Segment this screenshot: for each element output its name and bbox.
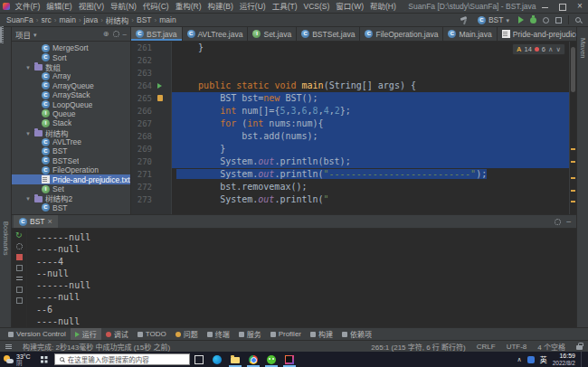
tree-item[interactable]: IStack bbox=[12, 118, 130, 127]
task-view-taskbar-button[interactable] bbox=[190, 352, 208, 367]
weather-widget[interactable]: 33°C 阴 bbox=[0, 352, 34, 367]
idea-taskbar-button[interactable] bbox=[280, 352, 299, 367]
hide-panel-icon[interactable] bbox=[566, 217, 571, 226]
tree-item[interactable]: CSort bbox=[12, 52, 130, 61]
menu-item[interactable]: 构建(B) bbox=[204, 0, 236, 13]
toolwindow-button-dependencies[interactable]: 依赖项 bbox=[337, 328, 376, 340]
tray-app-icon[interactable] bbox=[527, 356, 535, 363]
bookmarks-stripe-button[interactable]: Bookmarks bbox=[2, 221, 10, 256]
wechat-taskbar-button[interactable] bbox=[262, 352, 280, 367]
build-hammer-icon[interactable] bbox=[460, 15, 469, 24]
toolwindow-button-profiler[interactable]: Profiler bbox=[266, 328, 306, 340]
clear-output-icon[interactable] bbox=[16, 297, 23, 304]
editor-tab[interactable]: CFileOperation.java bbox=[360, 27, 443, 41]
action-center-button[interactable] bbox=[581, 352, 585, 367]
scroll-to-end-icon[interactable] bbox=[16, 287, 23, 293]
menu-item[interactable]: 重构(R) bbox=[172, 0, 204, 13]
code-line[interactable]: 269 } bbox=[131, 143, 576, 155]
prev-issue-icon[interactable] bbox=[548, 45, 554, 53]
run-button[interactable] bbox=[518, 16, 524, 24]
maximize-icon[interactable] bbox=[554, 0, 571, 13]
toolwindow-button-vcs[interactable]: Version Control bbox=[4, 328, 71, 340]
toolwindow-button-problems[interactable]: 问题 bbox=[171, 328, 203, 340]
editor-tab[interactable]: CMain.java bbox=[443, 27, 497, 41]
breadcrumb-item[interactable]: BST bbox=[135, 15, 154, 24]
tree-item[interactable]: CFileOperation bbox=[12, 165, 130, 174]
code-line[interactable]: 264 public static void main(String[] arg… bbox=[131, 80, 576, 92]
hide-panel-icon[interactable] bbox=[123, 30, 127, 38]
encoding-indicator[interactable]: UTF-8 bbox=[507, 343, 527, 351]
tray-expand-icon[interactable] bbox=[517, 355, 522, 363]
settings-icon[interactable] bbox=[16, 243, 23, 249]
debug-button[interactable] bbox=[530, 17, 536, 24]
menu-item[interactable]: 导航(N) bbox=[108, 0, 140, 13]
code-line[interactable]: 265 BST bst=new BST(); bbox=[131, 92, 576, 105]
breadcrumb-item[interactable]: 树结构 bbox=[104, 14, 131, 25]
menu-item[interactable]: 编辑(E) bbox=[43, 0, 75, 13]
tree-item[interactable]: CBSTSet bbox=[12, 156, 130, 165]
pause-output-icon[interactable] bbox=[16, 265, 23, 271]
breadcrumb-item[interactable]: SuanFa bbox=[5, 15, 35, 24]
code-line[interactable]: 272 bst.removemax(); bbox=[131, 181, 576, 193]
inspection-widget[interactable]: 14 6 bbox=[512, 43, 565, 55]
tree-item[interactable]: CArrayQueue bbox=[12, 81, 130, 90]
close-tab-icon[interactable] bbox=[48, 217, 52, 226]
stop-icon[interactable] bbox=[16, 254, 23, 260]
editor-tab[interactable]: CAVLTree.java bbox=[183, 27, 249, 41]
menu-item[interactable]: 代码(C) bbox=[139, 0, 172, 13]
caret-position[interactable]: 265:1 (215 字符, 6 行 断行符) bbox=[371, 342, 465, 352]
tree-item[interactable]: CBST bbox=[12, 146, 130, 155]
status-menu-icon[interactable] bbox=[5, 344, 12, 349]
code-line[interactable]: 268 bst.add(nums); bbox=[131, 130, 576, 143]
tree-item[interactable]: 数组 bbox=[12, 62, 130, 71]
tree-item[interactable]: CArrayStack bbox=[12, 90, 130, 99]
maven-stripe-button[interactable]: Maven bbox=[579, 38, 587, 59]
tree-item[interactable]: 树结构2 bbox=[12, 193, 130, 202]
chrome-taskbar-button[interactable] bbox=[244, 352, 262, 367]
editor-tab[interactable]: CBST.java bbox=[131, 27, 183, 41]
rerun-icon[interactable] bbox=[15, 231, 23, 239]
tree-item[interactable]: IQueue bbox=[12, 109, 130, 118]
toolwindow-button-todo[interactable]: TODO bbox=[133, 328, 171, 340]
editor-tab[interactable]: ISet.java bbox=[248, 27, 297, 41]
code-line[interactable]: 270 System.out.println(bst); bbox=[131, 155, 576, 168]
run-line-icon[interactable] bbox=[157, 83, 162, 89]
coverage-button[interactable] bbox=[555, 17, 562, 24]
breadcrumb-item[interactable]: java bbox=[82, 15, 100, 24]
tree-item[interactable]: Pride-and-prejudice.txt bbox=[12, 174, 130, 184]
tree-item[interactable]: CLoopQueue bbox=[12, 99, 130, 108]
menu-item[interactable]: 帮助(H) bbox=[367, 0, 400, 13]
code-line[interactable]: 261 } bbox=[131, 42, 576, 54]
editor-tab[interactable]: CBSTSet.java bbox=[297, 27, 360, 41]
chevron-down-icon[interactable] bbox=[33, 30, 37, 39]
close-icon[interactable] bbox=[571, 0, 588, 13]
code-line[interactable]: 271 System.out.println("----------------… bbox=[131, 168, 576, 181]
folder-taskbar-button[interactable] bbox=[226, 352, 244, 367]
profiler-button[interactable] bbox=[543, 17, 549, 24]
code-line[interactable]: 267 for (int nums:num){ bbox=[131, 118, 576, 130]
code-line[interactable]: 263 bbox=[131, 67, 576, 80]
run-config-selector[interactable]: C BST bbox=[475, 15, 512, 24]
minimize-icon[interactable] bbox=[536, 0, 554, 13]
edge-taskbar-button[interactable] bbox=[208, 352, 226, 367]
menu-item[interactable]: 视图(V) bbox=[75, 0, 107, 13]
toolwindow-button-build[interactable]: 构建 bbox=[306, 328, 337, 340]
toolwindow-button-services[interactable]: 服务 bbox=[234, 328, 266, 340]
code-line[interactable]: 273 System.out.println(" bbox=[131, 193, 576, 206]
tree-item[interactable]: CBST bbox=[12, 203, 130, 212]
breadcrumb-item[interactable]: src bbox=[39, 15, 52, 24]
console-output[interactable]: ------null ----null ----4 --null ------n… bbox=[27, 229, 576, 327]
tree-item[interactable]: CArray bbox=[12, 71, 130, 80]
code-line[interactable]: 266 int num[]={5,3,6,8,4,2}; bbox=[131, 105, 576, 118]
breadcrumb-item[interactable]: main bbox=[157, 15, 177, 24]
gear-icon[interactable] bbox=[555, 219, 561, 225]
menu-item[interactable]: 窗口(W) bbox=[333, 0, 367, 13]
toolwindow-button-run[interactable]: 运行 bbox=[71, 328, 101, 340]
tree-item[interactable]: CAVLTree bbox=[12, 137, 130, 146]
editor-tab[interactable]: Pride-and-prejudice.txt bbox=[498, 27, 576, 41]
editor-scrollbar[interactable] bbox=[569, 42, 576, 214]
indent-indicator[interactable]: 4 个空格 bbox=[537, 342, 565, 352]
breadcrumb-item[interactable]: main bbox=[57, 15, 77, 24]
menu-item[interactable]: 文件(F) bbox=[12, 0, 43, 13]
lock-icon[interactable] bbox=[576, 345, 583, 350]
